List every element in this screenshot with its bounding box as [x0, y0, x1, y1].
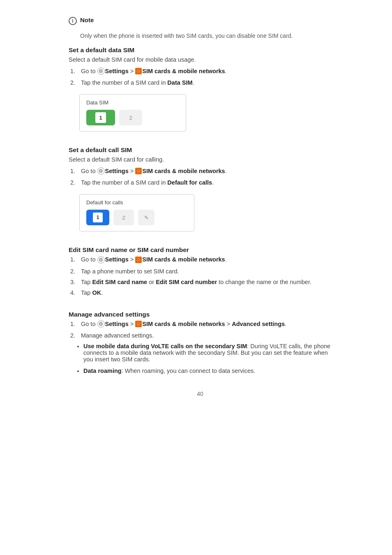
page-number: 40 [69, 391, 332, 397]
step-2-content: Tap a phone number to set SIM card. [81, 268, 332, 275]
edit-sim-step-3: 3. Tap Edit SIM card name or Edit SIM ca… [70, 279, 332, 285]
settings-icon [97, 256, 105, 264]
settings-label: Settings [105, 168, 129, 174]
settings-label: Settings [105, 321, 129, 327]
edit-sim-step-1: 1. Go to Settings > □SIM cards & mobile … [70, 256, 332, 264]
calls-sim-diagram: Default for calls 1 2 ✎ [79, 194, 194, 231]
settings-icon [97, 67, 105, 75]
sim-icon: □ [135, 321, 142, 327]
step-1-content: Go to Settings > □SIM cards & mobile net… [81, 256, 332, 264]
sim-cards-label: SIM cards & mobile networks [142, 321, 225, 327]
step-num: 1. [70, 321, 79, 327]
section-data-sim-desc: Select a default SIM card for mobile dat… [69, 56, 332, 63]
info-icon: i [69, 17, 77, 25]
bullet-item-roaming: Data roaming: When roaming, you can conn… [83, 368, 332, 374]
step-num: 1. [70, 68, 79, 74]
calls-sim-1-button[interactable]: 1 [86, 210, 109, 225]
sim-cards-label: SIM cards & mobile networks [142, 256, 225, 263]
advanced-bullet-list: Use mobile data during VoLTE calls on th… [83, 343, 332, 374]
step-num: 3. [70, 279, 79, 285]
calls-sim-1-letter: 1 [93, 213, 103, 222]
data-sim-bold: Data SIM [167, 79, 192, 86]
step-1-content: Go to Settings > □SIM cards & mobile net… [81, 68, 332, 75]
sim-1-button[interactable]: 1 [86, 110, 115, 125]
call-sim-step-1: 1. Go to Settings > □SIM cards & mobile … [70, 168, 332, 175]
diagram-label: Data SIM [86, 99, 179, 106]
calls-diagram-label: Default for calls [86, 199, 187, 206]
page-content: i Note Only when the phone is inserted w… [36, 0, 356, 422]
step-num: 2. [70, 332, 79, 339]
sim-1-letter: 1 [95, 112, 106, 123]
sim-buttons: 1 2 [86, 110, 179, 125]
advanced-settings-label: Advanced settings [232, 321, 285, 327]
step-num: 1. [70, 168, 79, 174]
section-call-sim-desc: Select a default SIM card for calling. [69, 156, 332, 163]
step-num: 2. [70, 268, 79, 275]
sim-cards-label: SIM cards & mobile networks [142, 168, 225, 174]
sim-icon: □ [135, 168, 142, 174]
sim-cards-label: SIM cards & mobile networks [142, 68, 225, 74]
sim-icon: □ [135, 68, 142, 74]
section-data-sim-heading: Set a default data SIM [69, 46, 332, 54]
section-advanced-heading: Manage advanced settings [69, 311, 332, 318]
call-sim-step-2: 2. Tap the number of a SIM card in Defau… [70, 179, 332, 186]
step-num: 1. [70, 256, 79, 263]
section-edit-sim-heading: Edit SIM card name or SIM card number [69, 246, 332, 254]
step-2-content: Manage advanced settings. [81, 332, 332, 339]
step-3-content: Tap Edit SIM card name or Edit SIM card … [81, 279, 332, 285]
sim-2-button[interactable]: 2 [119, 110, 142, 125]
settings-label: Settings [105, 68, 129, 74]
data-sim-step-1: 1. Go to Settings > □SIM cards & mobile … [70, 68, 332, 75]
settings-icon [97, 167, 105, 175]
advanced-step-1: 1. Go to Settings > □SIM cards & mobile … [70, 321, 332, 328]
volte-bold: Use mobile data during VoLTE calls on th… [83, 343, 247, 349]
advanced-step-2: 2. Manage advanced settings. [70, 332, 332, 339]
calls-sim-pencil-button[interactable]: ✎ [138, 210, 154, 225]
default-calls-bold: Default for calls [167, 179, 212, 186]
bullet-item-volte: Use mobile data during VoLTE calls on th… [83, 343, 332, 363]
step-2-content: Tap the number of a SIM card in Default … [81, 179, 332, 186]
note-text: Only when the phone is inserted with two… [80, 32, 332, 39]
step-2-content: Tap the number of a SIM card in Data SIM… [81, 79, 332, 86]
calls-sim-2-button[interactable]: 2 [113, 210, 134, 225]
edit-number-bold: Edit SIM card number [156, 279, 217, 285]
data-sim-step-2: 2. Tap the number of a SIM card in Data … [70, 79, 332, 86]
edit-name-bold: Edit SIM card name [92, 279, 147, 285]
edit-sim-step-2: 2. Tap a phone number to set SIM card. [70, 268, 332, 275]
step-num: 4. [70, 289, 79, 296]
roaming-bold: Data roaming [83, 368, 122, 374]
ok-bold: OK [92, 289, 101, 296]
note-box: i Note [69, 16, 332, 25]
edit-sim-step-4: 4. Tap OK. [70, 289, 332, 296]
step-4-content: Tap OK. [81, 289, 332, 296]
settings-icon [97, 320, 105, 328]
step-1-content: Go to Settings > □SIM cards & mobile net… [81, 321, 332, 328]
note-title: Note [80, 16, 94, 23]
step-num: 2. [70, 79, 79, 86]
step-num: 2. [70, 179, 79, 186]
data-sim-diagram: Data SIM 1 2 [79, 94, 186, 132]
step-1-content: Go to Settings > □SIM cards & mobile net… [81, 168, 332, 175]
calls-sim-buttons: 1 2 ✎ [86, 210, 187, 225]
section-call-sim-heading: Set a default call SIM [69, 146, 332, 154]
sim-icon: □ [135, 257, 142, 263]
settings-label: Settings [105, 256, 129, 263]
